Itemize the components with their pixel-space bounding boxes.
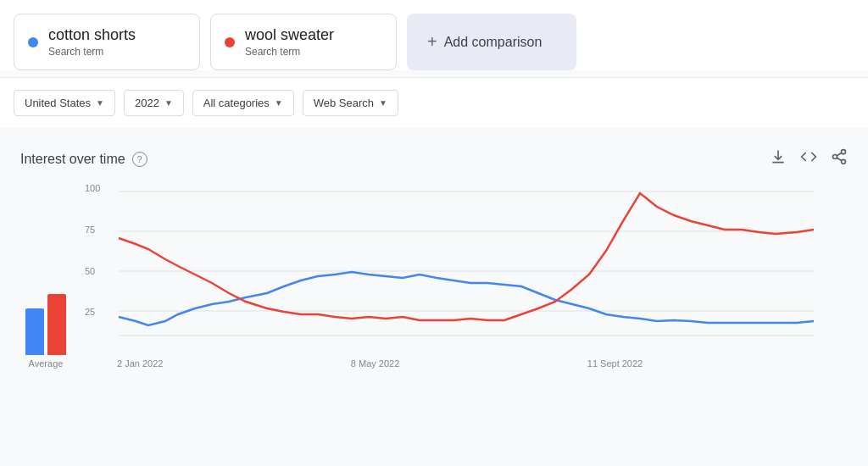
filter-search-type[interactable]: Web Search ▼ [303, 90, 398, 116]
code-icon[interactable] [800, 148, 817, 169]
average-bar-red [47, 294, 66, 355]
svg-point-1 [833, 155, 837, 159]
chart-title: Interest over time [20, 152, 125, 167]
svg-point-2 [842, 159, 846, 164]
chart-container: Average 100 75 50 25 [20, 183, 848, 369]
filter-location[interactable]: United States ▼ [14, 90, 115, 116]
download-icon[interactable] [770, 148, 787, 169]
plus-icon: + [427, 32, 437, 52]
help-icon[interactable]: ? [132, 152, 147, 167]
chart-actions [770, 148, 848, 169]
average-bar-blue [25, 308, 44, 355]
chart-header: Interest over time ? [20, 148, 848, 169]
average-section: Average [20, 287, 71, 369]
search-terms-bar: cotton shorts Search term wool sweater S… [0, 0, 868, 70]
chart-section: Interest over time ? [0, 128, 868, 382]
add-comparison-label: Add comparison [444, 35, 542, 50]
search-term-subtitle-1: Search term [48, 46, 136, 58]
svg-wrapper [85, 183, 848, 355]
search-card-text-1: cotton shorts Search term [48, 26, 136, 58]
filter-location-label: United States [25, 97, 91, 109]
chevron-down-icon-4: ▼ [379, 98, 387, 108]
filter-search-type-label: Web Search [314, 97, 374, 109]
share-icon[interactable] [831, 148, 848, 169]
search-card-text-2: wool sweater Search term [245, 26, 334, 58]
chart-svg [85, 183, 848, 352]
chevron-down-icon: ▼ [96, 98, 104, 108]
svg-line-4 [837, 153, 842, 155]
chart-graph: 100 75 50 25 [85, 183, 848, 369]
filters-bar: United States ▼ 2022 ▼ All categories ▼ … [0, 77, 868, 128]
search-term-title-1: cotton shorts [48, 26, 136, 44]
svg-line-3 [837, 158, 842, 160]
filter-category[interactable]: All categories ▼ [192, 90, 294, 116]
x-label-jan: 2 Jan 2022 [117, 358, 163, 369]
add-comparison-button[interactable]: + Add comparison [407, 14, 576, 70]
filter-year-label: 2022 [135, 97, 159, 109]
dot-blue [28, 37, 38, 47]
svg-point-0 [842, 150, 846, 154]
chevron-down-icon-2: ▼ [164, 98, 173, 108]
chart-title-group: Interest over time ? [20, 152, 147, 167]
search-term-card-1[interactable]: cotton shorts Search term [14, 14, 200, 70]
search-term-title-2: wool sweater [245, 26, 334, 44]
red-line [119, 193, 814, 320]
search-term-subtitle-2: Search term [245, 46, 334, 58]
filter-category-label: All categories [203, 97, 270, 109]
average-label: Average [29, 358, 64, 369]
blue-line [119, 272, 814, 325]
x-axis-labels: 2 Jan 2022 8 May 2022 11 Sept 2022 end [115, 358, 848, 369]
average-bars [25, 287, 66, 355]
filter-year[interactable]: 2022 ▼ [124, 90, 184, 116]
chevron-down-icon-3: ▼ [275, 98, 283, 108]
dot-red [225, 37, 235, 47]
x-label-sept: 11 Sept 2022 [587, 358, 643, 369]
x-label-may: 8 May 2022 [351, 358, 399, 369]
search-term-card-2[interactable]: wool sweater Search term [210, 14, 397, 70]
